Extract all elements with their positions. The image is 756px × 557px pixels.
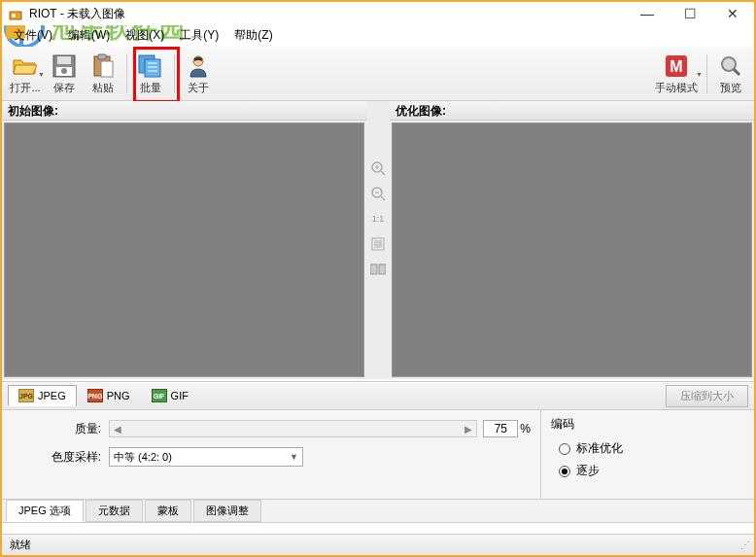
window-title: RIOT - 未载入图像 (29, 6, 626, 22)
settings-panel: 质量: ◀ ▶ % 色度采样: 中等 (4:2: 0) ▼ 编码 标准优化 逐步 (2, 410, 754, 500)
menu-file[interactable]: 文件(V) (6, 25, 60, 46)
paste-button[interactable]: 粘贴 (84, 50, 122, 98)
chroma-select[interactable]: 中等 (4:2: 0) ▼ (109, 447, 303, 467)
tab-png[interactable]: PNG PNG (77, 385, 141, 406)
compare-icon[interactable] (369, 261, 387, 278)
chevron-down-icon: ▼ (696, 71, 703, 78)
folder-open-icon (12, 52, 39, 80)
tab-image-adjust[interactable]: 图像调整 (193, 500, 261, 522)
toolbar-separator (706, 54, 707, 93)
svg-rect-29 (370, 264, 377, 274)
svg-line-18 (734, 69, 739, 75)
one-to-one-icon[interactable]: 1:1 (369, 210, 387, 227)
gif-icon: GIF (152, 389, 167, 402)
svg-rect-7 (98, 54, 106, 59)
maximize-button[interactable]: ☐ (669, 2, 711, 25)
app-icon (6, 4, 25, 23)
preview-button[interactable]: 预览 (711, 50, 750, 98)
toolbar-separator (174, 54, 175, 93)
resize-grip-icon[interactable]: ⋰ (740, 540, 750, 550)
format-tabs: JPG JPEG PNG PNG GIF GIF 压缩到大小 (2, 381, 754, 410)
svg-point-5 (61, 68, 67, 74)
initial-image-area[interactable] (4, 122, 364, 377)
chroma-label: 色度采样: (12, 449, 109, 466)
optimized-image-area[interactable] (392, 122, 752, 377)
open-button[interactable]: 打开... ▼ (6, 50, 45, 98)
slider-right-icon[interactable]: ▶ (464, 424, 472, 435)
floppy-disk-icon (51, 52, 78, 80)
zoom-out-icon[interactable] (369, 185, 387, 202)
tab-jpeg-options[interactable]: JPEG 选项 (6, 500, 84, 522)
svg-rect-3 (57, 56, 71, 64)
manual-mode-icon: M (663, 52, 690, 80)
image-panels: 初始图像: 1:1 优化图像: (2, 101, 754, 379)
menu-edit[interactable]: 编辑(W) (60, 25, 118, 46)
toolbar-separator (126, 54, 127, 93)
optimized-image-panel: 优化图像: (390, 101, 754, 379)
clipboard-icon (89, 52, 117, 80)
tab-gif[interactable]: GIF GIF (141, 385, 199, 406)
mid-tool-column: 1:1 (366, 101, 390, 379)
chevron-down-icon: ▼ (38, 71, 45, 78)
optimized-panel-title: 优化图像: (390, 101, 754, 121)
save-button[interactable]: 保存 (45, 50, 84, 98)
person-icon (185, 52, 212, 80)
initial-panel-title: 初始图像: (2, 101, 366, 121)
percent-label: % (520, 422, 531, 435)
manual-mode-button[interactable]: M 手动模式 ▼ (650, 50, 703, 98)
statusbar: 就绪 ⋰ (2, 534, 754, 555)
svg-point-1 (12, 14, 16, 17)
svg-text:M: M (670, 58, 682, 75)
svg-rect-8 (101, 61, 113, 77)
radio-icon-checked (559, 466, 570, 477)
menu-help[interactable]: 帮助(Z) (226, 25, 280, 46)
radio-progressive[interactable]: 逐步 (559, 463, 744, 479)
status-text: 就绪 (10, 538, 31, 552)
png-icon: PNG (87, 389, 103, 402)
batch-button[interactable]: 批量 (131, 50, 170, 98)
zoom-in-icon[interactable] (369, 159, 387, 177)
radio-icon (559, 443, 570, 455)
magnifier-icon (717, 52, 744, 80)
tab-mask[interactable]: 蒙板 (145, 500, 191, 522)
svg-line-21 (381, 171, 385, 175)
quality-input[interactable] (483, 420, 518, 437)
svg-rect-28 (374, 240, 382, 248)
radio-standard[interactable]: 标准优化 (559, 440, 744, 457)
menu-view[interactable]: 视图(X) (118, 25, 172, 46)
bottom-tabs: JPEG 选项 元数据 蒙板 图像调整 (2, 500, 754, 523)
svg-rect-10 (145, 59, 160, 77)
jpeg-icon: JPG (18, 389, 34, 402)
slider-left-icon[interactable]: ◀ (114, 424, 121, 435)
chevron-down-icon: ▼ (290, 452, 298, 462)
titlebar: RIOT - 未载入图像 — ☐ ✕ (2, 2, 754, 25)
svg-point-17 (722, 57, 736, 71)
quality-slider[interactable]: ◀ ▶ (109, 420, 477, 437)
minimize-button[interactable]: — (626, 2, 669, 25)
fit-window-icon[interactable] (369, 235, 387, 253)
compress-to-size-button[interactable]: 压缩到大小 (666, 385, 748, 407)
svg-rect-30 (379, 264, 386, 274)
batch-icon (137, 52, 164, 80)
toolbar: 打开... ▼ 保存 粘贴 批量 关于 M 手动模式 ▼ (2, 47, 754, 101)
tab-metadata[interactable]: 元数据 (86, 500, 143, 522)
initial-image-panel: 初始图像: (2, 101, 366, 379)
menu-tools[interactable]: 工具(Y) (172, 25, 226, 46)
quality-label: 质量: (12, 421, 109, 437)
about-button[interactable]: 关于 (179, 50, 218, 98)
tab-jpeg[interactable]: JPG JPEG (8, 385, 77, 406)
close-button[interactable]: ✕ (711, 2, 754, 25)
menubar: 文件(V) 编辑(W) 视图(X) 工具(Y) 帮助(Z) (2, 25, 754, 45)
encoding-group-title: 编码 (551, 416, 744, 433)
svg-line-25 (381, 196, 385, 200)
